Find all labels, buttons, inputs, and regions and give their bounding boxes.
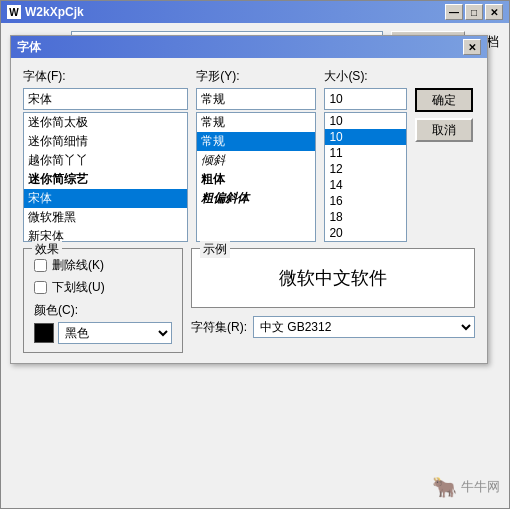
minimize-btn[interactable]: —: [445, 4, 463, 20]
style-column-label: 字形(Y):: [196, 68, 316, 85]
dialog-titlebar: 字体 ✕: [11, 36, 487, 58]
watermark-text: 牛牛网: [461, 478, 500, 496]
list-item[interactable]: 常规: [197, 113, 315, 132]
ok-button[interactable]: 确定: [415, 88, 473, 112]
list-item[interactable]: 14: [325, 177, 406, 193]
dialog-titlebar-buttons: ✕: [463, 39, 481, 55]
list-item-selected[interactable]: 常规: [197, 132, 315, 151]
color-label: 颜色(C):: [34, 302, 172, 319]
list-item-selected[interactable]: 宋体: [24, 189, 187, 208]
watermark: 🐂 牛牛网: [432, 475, 500, 499]
color-select[interactable]: 黑色: [58, 322, 172, 344]
font-name-input[interactable]: [23, 88, 188, 110]
watermark-logo: 🐂: [432, 475, 457, 499]
close-btn[interactable]: ✕: [485, 4, 503, 20]
list-item[interactable]: 10: [325, 113, 406, 129]
font-column-label: 字体(F):: [23, 68, 188, 85]
cancel-button[interactable]: 取消: [415, 118, 473, 142]
dialog-title: 字体: [17, 39, 41, 56]
dialog-body: 字体(F): 迷你简太极 迷你简细情 越你简丫丫 迷你简综艺 宋体 微软雅黑 新…: [11, 58, 487, 363]
size-column: 大小(S): 10 10 11 12 14 16 18 20: [324, 68, 407, 242]
charset-label: 字符集(R):: [191, 319, 247, 336]
bg-window-icon: W: [7, 5, 21, 19]
bg-titlebar-buttons: — □ ✕: [445, 4, 503, 20]
charset-select-wrapper: 中文 GB2312: [253, 316, 475, 338]
font-listbox[interactable]: 迷你简太极 迷你简细情 越你简丫丫 迷你简综艺 宋体 微软雅黑 新宋体: [23, 112, 188, 242]
list-item[interactable]: 新宋体: [24, 227, 187, 242]
list-item[interactable]: 粗体: [197, 170, 315, 189]
three-columns: 字体(F): 迷你简太极 迷你简细情 越你简丫丫 迷你简综艺 宋体 微软雅黑 新…: [23, 68, 407, 242]
list-item[interactable]: 12: [325, 161, 406, 177]
underline-checkbox[interactable]: [34, 281, 47, 294]
style-input[interactable]: [196, 88, 316, 110]
charset-row: 字符集(R): 中文 GB2312: [191, 316, 475, 338]
list-item[interactable]: 20: [325, 225, 406, 241]
bg-window-title: W2kXpCjk: [25, 5, 84, 19]
columns-with-ok-section: 字体(F): 迷你简太极 迷你简细情 越你简丫丫 迷你简综艺 宋体 微软雅黑 新…: [23, 68, 475, 242]
list-item[interactable]: 迷你简太极: [24, 113, 187, 132]
strikethrough-label: 删除线(K): [52, 257, 104, 274]
list-item[interactable]: 11: [325, 145, 406, 161]
font-dialog: 字体 ✕ 字体(F): 迷你简太极 迷你简细情 越你简丫丫 迷你简综艺 宋体: [10, 35, 488, 364]
preview-text: 微软中文软件: [279, 266, 387, 290]
underline-row: 下划线(U): [34, 279, 172, 296]
ok-cancel-column: 确定 取消: [415, 68, 475, 242]
list-item[interactable]: 迷你简细情: [24, 132, 187, 151]
maximize-btn[interactable]: □: [465, 4, 483, 20]
preview-charset-col: 示例 微软中文软件 字符集(R): 中文 GB2312: [191, 248, 475, 353]
bg-titlebar: W W2kXpCjk — □ ✕: [1, 1, 509, 23]
bottom-row: 效果 删除线(K) 下划线(U) 颜色(C): 黑色: [23, 248, 475, 353]
size-column-label: 大小(S):: [324, 68, 407, 85]
style-listbox[interactable]: 常规 常规 倾斜 粗体 粗偏斜体: [196, 112, 316, 242]
color-select-wrapper: 黑色: [34, 322, 172, 344]
list-item[interactable]: 倾斜: [197, 151, 315, 170]
list-item[interactable]: 粗偏斜体: [197, 189, 315, 208]
style-column: 字形(Y): 常规 常规 倾斜 粗体 粗偏斜体: [196, 68, 316, 242]
preview-legend: 示例: [200, 241, 230, 258]
list-item[interactable]: 16: [325, 193, 406, 209]
strikethrough-checkbox[interactable]: [34, 259, 47, 272]
underline-label: 下划线(U): [52, 279, 105, 296]
list-item-selected[interactable]: 10: [325, 129, 406, 145]
size-listbox[interactable]: 10 10 11 12 14 16 18 20: [324, 112, 407, 242]
strikethrough-row: 删除线(K): [34, 257, 172, 274]
list-item[interactable]: 迷你简综艺: [24, 170, 187, 189]
color-swatch: [34, 323, 54, 343]
effects-box: 效果 删除线(K) 下划线(U) 颜色(C): 黑色: [23, 248, 183, 353]
font-column: 字体(F): 迷你简太极 迷你简细情 越你简丫丫 迷你简综艺 宋体 微软雅黑 新…: [23, 68, 188, 242]
color-row: 颜色(C): 黑色: [34, 302, 172, 344]
effects-legend: 效果: [32, 241, 62, 258]
charset-select[interactable]: 中文 GB2312: [253, 316, 475, 338]
dialog-close-button[interactable]: ✕: [463, 39, 481, 55]
list-item[interactable]: 微软雅黑: [24, 208, 187, 227]
size-input[interactable]: [324, 88, 407, 110]
preview-box: 示例 微软中文软件: [191, 248, 475, 308]
list-item[interactable]: 18: [325, 209, 406, 225]
list-item[interactable]: 越你简丫丫: [24, 151, 187, 170]
